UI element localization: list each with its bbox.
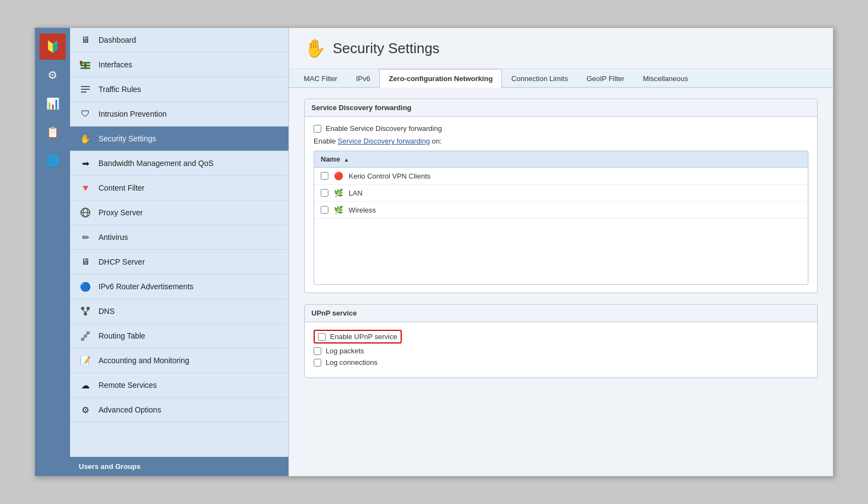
sidebar-item-dhcp-label: DHCP Server bbox=[99, 257, 145, 266]
accounting-icon: 📝 bbox=[79, 354, 92, 367]
table-row: 🔴 Kerio Control VPN Clients bbox=[314, 168, 808, 185]
upnp-title: UPnP service bbox=[305, 305, 817, 322]
content-area: Service Discovery forwarding Enable Serv… bbox=[289, 88, 833, 476]
sidebar-item-intrusion-prevention[interactable]: 🛡 Intrusion Prevention bbox=[70, 102, 288, 127]
service-discovery-section: Service Discovery forwarding Enable Serv… bbox=[304, 99, 818, 293]
enable-service-discovery-row: Enable Service Discovery forwarding bbox=[314, 124, 808, 133]
enable-upnp-checkbox[interactable] bbox=[318, 333, 326, 341]
table-header: Name ▲ bbox=[314, 151, 808, 168]
app-window: 🔰 ⚙ 📊 📋 🌐 🖥 Dashboard Interfaces Traffic… bbox=[34, 27, 834, 477]
sidebar-item-routing-table[interactable]: Routing Table bbox=[70, 324, 288, 348]
sidebar-item-antivirus[interactable]: ✏ Antivirus bbox=[70, 225, 288, 250]
page-header: ✋ Security Settings bbox=[289, 28, 833, 69]
svg-rect-4 bbox=[84, 64, 86, 67]
proxy-server-icon bbox=[79, 206, 92, 219]
log-connections-checkbox[interactable] bbox=[314, 359, 321, 366]
sidebar-item-interfaces[interactable]: Interfaces bbox=[70, 53, 288, 77]
sidebar-item-proxy-server[interactable]: Proxy Server bbox=[70, 201, 288, 225]
sidebar-item-ipv6-router[interactable]: 🔵 IPv6 Router Advertisements bbox=[70, 274, 288, 299]
log-packets-row: Log packets bbox=[314, 347, 808, 355]
interfaces-icon bbox=[79, 58, 92, 71]
log-connections-row: Log connections bbox=[314, 358, 808, 366]
svg-rect-3 bbox=[80, 61, 82, 65]
dns-icon bbox=[79, 305, 92, 318]
sidebar-item-advanced-options[interactable]: ⚙ Advanced Options bbox=[70, 398, 288, 422]
svg-rect-7 bbox=[81, 91, 86, 93]
tabs-bar: MAC Filter IPv6 Zero-configuration Netwo… bbox=[289, 69, 833, 88]
sidebar-item-content-label: Content Filter bbox=[99, 184, 144, 192]
lan-label: LAN bbox=[349, 189, 362, 197]
iconbar-item-list[interactable]: 📋 bbox=[39, 119, 66, 145]
sidebar-item-dashboard-label: Dashboard bbox=[99, 36, 136, 44]
lan-icon: 🌿 bbox=[334, 188, 343, 197]
iconbar-item-shield[interactable]: 🔰 bbox=[39, 33, 66, 60]
enable-upnp-row: Enable UPnP service bbox=[314, 330, 808, 343]
sidebar-item-dashboard[interactable]: 🖥 Dashboard bbox=[70, 28, 288, 53]
sidebar-item-security-label: Security Settings bbox=[99, 134, 156, 143]
sidebar-item-intrusion-label: Intrusion Prevention bbox=[99, 110, 167, 118]
log-packets-checkbox[interactable] bbox=[314, 347, 321, 355]
table-row: 🌿 Wireless bbox=[314, 202, 808, 219]
enable-upnp-highlight: Enable UPnP service bbox=[314, 330, 402, 343]
tab-zero-config[interactable]: Zero-configuration Networking bbox=[379, 69, 502, 88]
sidebar-item-routing-label: Routing Table bbox=[99, 331, 145, 340]
wireless-checkbox[interactable] bbox=[321, 206, 328, 214]
svg-line-15 bbox=[85, 310, 88, 312]
sidebar-item-security-settings[interactable]: ✋ Security Settings bbox=[70, 127, 288, 151]
service-discovery-content: Enable Service Discovery forwarding Enab… bbox=[305, 117, 817, 293]
page-title: Security Settings bbox=[333, 40, 439, 57]
tab-connection-limits[interactable]: Connection Limits bbox=[502, 69, 577, 88]
sidebar-item-bandwidth[interactable]: ➡ Bandwidth Management and QoS bbox=[70, 151, 288, 176]
lan-checkbox[interactable] bbox=[321, 189, 328, 197]
sidebar-item-accounting[interactable]: 📝 Accounting and Monitoring bbox=[70, 348, 288, 373]
sidebar-item-content-filter[interactable]: 🔻 Content Filter bbox=[70, 176, 288, 201]
icon-bar: 🔰 ⚙ 📊 📋 🌐 bbox=[35, 28, 70, 476]
sidebar-item-remote-services[interactable]: ☁ Remote Services bbox=[70, 373, 288, 398]
enable-on-row: Enable Service Discovery forwarding on: bbox=[314, 137, 808, 145]
tab-mac-filter[interactable]: MAC Filter bbox=[294, 69, 346, 88]
main-content: ✋ Security Settings MAC Filter IPv6 Zero… bbox=[289, 28, 833, 476]
iconbar-item-gear[interactable]: ⚙ bbox=[39, 62, 66, 88]
sidebar-item-dns[interactable]: DNS bbox=[70, 299, 288, 324]
sidebar-item-remote-label: Remote Services bbox=[99, 381, 157, 390]
svg-point-11 bbox=[81, 307, 84, 310]
sidebar-item-dhcp[interactable]: 🖥 DHCP Server bbox=[70, 250, 288, 274]
dhcp-icon: 🖥 bbox=[79, 255, 92, 268]
sort-arrow: ▲ bbox=[344, 157, 349, 163]
svg-line-20 bbox=[85, 334, 88, 335]
dashboard-icon: 🖥 bbox=[79, 33, 92, 47]
intrusion-prevention-icon: 🛡 bbox=[79, 107, 92, 121]
service-discovery-table: Name ▲ 🔴 Kerio Control VPN Clients 🌿 LAN bbox=[314, 151, 808, 285]
advanced-options-icon: ⚙ bbox=[79, 403, 92, 416]
table-empty-space bbox=[314, 219, 808, 284]
enable-upnp-label: Enable UPnP service bbox=[330, 333, 397, 341]
svg-rect-17 bbox=[84, 335, 87, 337]
routing-table-icon bbox=[79, 329, 92, 342]
svg-point-13 bbox=[84, 312, 87, 316]
content-filter-icon: 🔻 bbox=[79, 181, 92, 194]
sidebar-item-accounting-label: Accounting and Monitoring bbox=[99, 356, 189, 365]
sidebar-footer[interactable]: Users and Groups bbox=[70, 457, 288, 476]
tab-geoip-filter[interactable]: GeoIP Filter bbox=[577, 69, 634, 88]
svg-point-12 bbox=[86, 307, 90, 310]
tab-miscellaneous[interactable]: Miscellaneous bbox=[634, 69, 697, 88]
upnp-section: UPnP service Enable UPnP service Log pac… bbox=[304, 304, 818, 378]
sidebar-item-ipv6-label: IPv6 Router Advertisements bbox=[99, 282, 194, 291]
service-discovery-link[interactable]: Service Discovery forwarding bbox=[338, 137, 430, 145]
sidebar-item-antivirus-label: Antivirus bbox=[99, 233, 128, 242]
name-column-header: Name bbox=[321, 155, 340, 163]
iconbar-item-chart[interactable]: 📊 bbox=[39, 90, 66, 117]
wireless-icon: 🌿 bbox=[334, 205, 343, 214]
vpn-clients-checkbox[interactable] bbox=[321, 172, 328, 180]
tab-ipv6[interactable]: IPv6 bbox=[346, 69, 379, 88]
svg-rect-16 bbox=[81, 338, 84, 341]
remote-services-icon: ☁ bbox=[79, 379, 92, 392]
sidebar-item-traffic-rules[interactable]: Traffic Rules bbox=[70, 77, 288, 102]
iconbar-item-globe[interactable]: 🌐 bbox=[39, 147, 66, 174]
sidebar-item-interfaces-label: Interfaces bbox=[99, 60, 132, 69]
table-row: 🌿 LAN bbox=[314, 185, 808, 202]
enable-service-discovery-checkbox[interactable] bbox=[314, 125, 321, 133]
bandwidth-icon: ➡ bbox=[79, 157, 92, 170]
upnp-content: Enable UPnP service Log packets Log conn… bbox=[305, 322, 817, 377]
svg-rect-2 bbox=[80, 67, 90, 69]
